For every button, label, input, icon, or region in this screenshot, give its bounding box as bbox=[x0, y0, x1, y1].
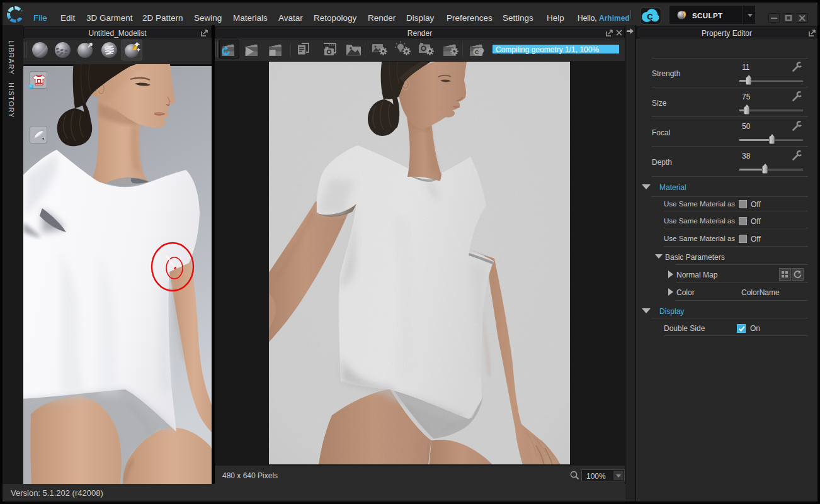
svg-text:C: C bbox=[647, 12, 653, 21]
svg-text:C: C bbox=[475, 49, 479, 55]
